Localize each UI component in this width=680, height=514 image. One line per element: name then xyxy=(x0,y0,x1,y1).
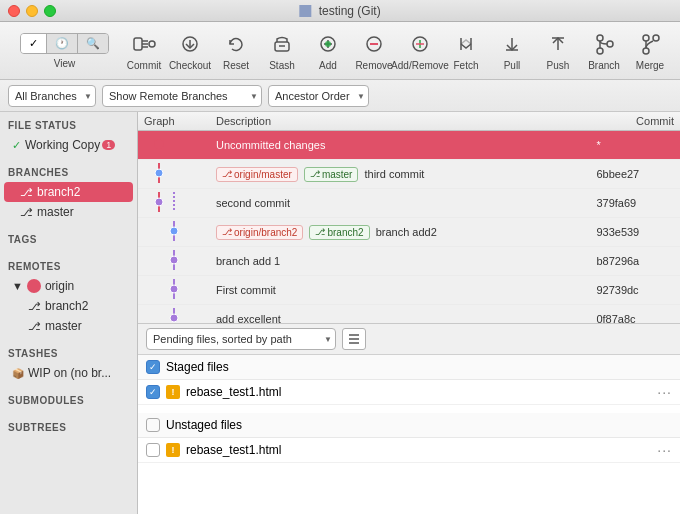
view-btn-search[interactable]: 🔍 xyxy=(78,34,108,53)
minimize-button[interactable] xyxy=(26,5,38,17)
svg-point-29 xyxy=(154,139,164,149)
pull-button[interactable]: Pull xyxy=(489,26,535,75)
commit-row-1[interactable]: ⎇ origin/master ⎇ master third commit 6b… xyxy=(138,160,680,189)
branch-icon xyxy=(590,30,618,58)
commit2-desc: second commit xyxy=(210,189,590,218)
working-copy-icon: ✓ xyxy=(12,139,21,152)
origin-branch2-label: branch2 xyxy=(45,299,88,313)
uncommitted-desc: Uncommitted changes xyxy=(210,131,590,160)
commit-table[interactable]: Graph Description Commit xyxy=(138,112,680,324)
svg-point-31 xyxy=(155,169,163,177)
merge-button[interactable]: Merge xyxy=(627,26,673,75)
graph-cell-2 xyxy=(138,189,210,218)
graph-cell-5 xyxy=(138,276,210,305)
list-view-button[interactable] xyxy=(342,328,366,350)
unstaged-file-more-0[interactable]: ··· xyxy=(657,442,672,458)
checkout-button[interactable]: Checkout xyxy=(167,26,213,75)
addremove-button[interactable]: Add/Remove xyxy=(397,26,443,75)
commit-row-4[interactable]: branch add 1 b87296a xyxy=(138,247,680,276)
stash-button[interactable]: Stash xyxy=(259,26,305,75)
merge-icon xyxy=(636,30,664,58)
reset-button[interactable]: Reset xyxy=(213,26,259,75)
ref-branch2: ⎇ branch2 xyxy=(309,225,369,240)
sidebar-item-origin-branch2[interactable]: ⎇ branch2 xyxy=(4,296,133,316)
stash-label: Stash xyxy=(269,60,295,71)
sidebar-item-origin-master[interactable]: ⎇ master xyxy=(4,316,133,336)
origin-master-label: master xyxy=(45,319,82,333)
stashes-header: STASHES xyxy=(0,340,137,363)
graph-cell-3 xyxy=(138,218,210,247)
svg-point-38 xyxy=(170,256,178,264)
staged-checkbox[interactable] xyxy=(146,360,160,374)
commit-row-6[interactable]: add excellent 0f87a8c xyxy=(138,305,680,325)
commit-row-5[interactable]: First commit 92739dc xyxy=(138,276,680,305)
commit6-hash: 0f87a8c xyxy=(590,305,680,325)
svg-point-36 xyxy=(170,227,178,235)
remote-branches-filter-wrap: Show Remote Branches xyxy=(102,85,262,107)
staged-file-more-0[interactable]: ··· xyxy=(657,384,672,400)
remote-branches-filter[interactable]: Show Remote Branches xyxy=(102,85,262,107)
staged-label: Staged files xyxy=(166,360,229,374)
sidebar-item-origin[interactable]: ▼ origin xyxy=(4,276,133,296)
sidebar-item-working-copy[interactable]: ✓ Working Copy 1 xyxy=(4,135,133,155)
pending-files-select[interactable]: Pending files, sorted by path xyxy=(146,328,336,350)
push-button[interactable]: Push xyxy=(535,26,581,75)
order-filter[interactable]: Ancestor Order xyxy=(268,85,369,107)
reset-icon xyxy=(222,30,250,58)
view-btn-check[interactable]: ✓ xyxy=(21,34,47,53)
origin-branch2-icon: ⎇ xyxy=(28,300,41,313)
traffic-lights xyxy=(8,5,56,17)
branch-filter-wrap: All Branches xyxy=(8,85,96,107)
staged-files-header: Staged files xyxy=(138,355,680,380)
view-section: ✓ 🕐 🔍 View xyxy=(8,33,121,69)
maximize-button[interactable] xyxy=(44,5,56,17)
origin-master-icon: ⎇ xyxy=(28,320,41,333)
commit-row-2[interactable]: second commit 379fa69 xyxy=(138,189,680,218)
window-title: testing (Git) xyxy=(299,4,380,18)
svg-point-34 xyxy=(155,198,163,206)
ref-origin-master: ⎇ origin/master xyxy=(216,167,298,182)
commit4-hash: b87296a xyxy=(590,247,680,276)
bottom-toolbar: Pending files, sorted by path xyxy=(138,324,680,355)
svg-point-4 xyxy=(149,41,155,47)
ref-ob2-icon: ⎇ xyxy=(222,227,232,237)
sidebar-item-master[interactable]: ⎇ master xyxy=(4,202,133,222)
unstaged-file-warn-icon-0: ! xyxy=(166,443,180,457)
commit6-desc: add excellent xyxy=(210,305,590,325)
checkout-icon xyxy=(176,30,204,58)
branch-label: Branch xyxy=(588,60,620,71)
staged-file-checkbox-0[interactable] xyxy=(146,385,160,399)
add-label: Add xyxy=(319,60,337,71)
branch-button[interactable]: Branch xyxy=(581,26,627,75)
window-icon xyxy=(299,5,311,17)
pending-files-wrap: Pending files, sorted by path xyxy=(146,328,336,350)
svg-point-22 xyxy=(607,41,613,47)
titlebar: testing (Git) xyxy=(0,0,680,22)
commit-button[interactable]: Commit xyxy=(121,26,167,75)
branch-filter[interactable]: All Branches xyxy=(8,85,96,107)
commit5-desc: First commit xyxy=(210,276,590,305)
commit1-hash: 6bbee27 xyxy=(590,160,680,189)
commit2-hash: 379fa69 xyxy=(590,189,680,218)
commit-row-uncommitted[interactable]: Uncommitted changes * xyxy=(138,131,680,160)
unstaged-file-checkbox-0[interactable] xyxy=(146,443,160,457)
commit-label: Commit xyxy=(127,60,161,71)
view-btn-clock[interactable]: 🕐 xyxy=(47,34,78,53)
add-button[interactable]: Add xyxy=(305,26,351,75)
fetch-icon xyxy=(452,30,480,58)
svg-point-42 xyxy=(170,314,178,322)
svg-point-12 xyxy=(325,41,331,47)
branch2-icon: ⎇ xyxy=(20,186,33,199)
unstaged-checkbox[interactable] xyxy=(146,418,160,432)
commit-row-3[interactable]: ⎇ origin/branch2 ⎇ branch2 branch add2 9… xyxy=(138,218,680,247)
graph-cell-uncommitted xyxy=(138,131,210,160)
pull-label: Pull xyxy=(504,60,521,71)
fetch-button[interactable]: Fetch xyxy=(443,26,489,75)
remove-button[interactable]: Remove xyxy=(351,26,397,75)
sidebar-item-branch2[interactable]: ⎇ branch2 xyxy=(4,182,133,202)
list-icon xyxy=(347,332,361,346)
close-button[interactable] xyxy=(8,5,20,17)
ref-master: ⎇ master xyxy=(304,167,359,182)
col-description: Description xyxy=(210,112,590,131)
sidebar-item-stash1[interactable]: 📦 WIP on (no br... xyxy=(4,363,133,383)
